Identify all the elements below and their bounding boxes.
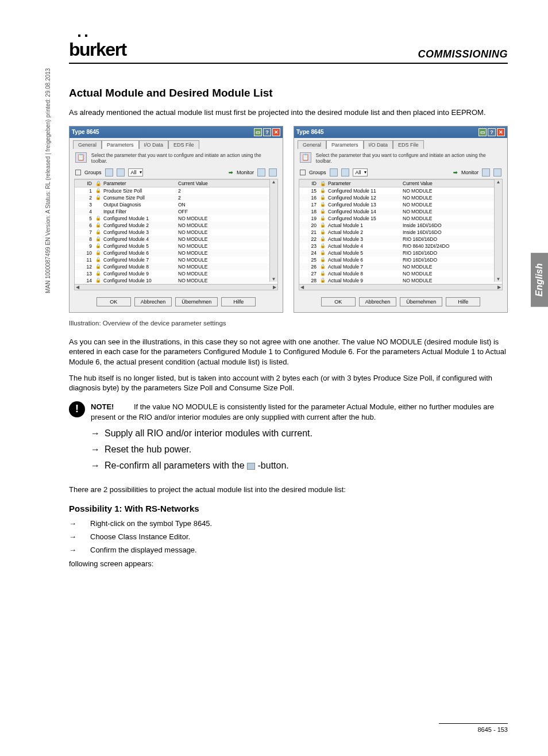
col-value: Current Value: [178, 181, 272, 186]
apply-button[interactable]: Übernehmen: [400, 297, 442, 306]
scroll-right-icon[interactable]: ▶: [497, 285, 501, 290]
help-button[interactable]: Hilfe: [221, 297, 256, 306]
scroll-right-icon[interactable]: ▶: [273, 285, 276, 290]
ok-button[interactable]: OK: [321, 297, 356, 306]
table-row[interactable]: 19🔒Configured Module 15NO MODULE: [299, 215, 502, 222]
cell-value: NO MODULE: [403, 209, 496, 214]
cell-value: NO MODULE: [403, 271, 496, 277]
cell-id: 19: [305, 216, 320, 221]
titlebar-close-icon[interactable]: ✕: [272, 128, 280, 136]
cell-id: 16: [305, 195, 320, 201]
table-row[interactable]: 21🔒Actual Module 2Inside 16DI/16DO: [299, 229, 502, 236]
scroll-left-icon[interactable]: ◀: [300, 285, 304, 290]
help-button[interactable]: Hilfe: [446, 297, 480, 306]
cancel-button[interactable]: Abbrechen: [359, 297, 397, 306]
ok-button[interactable]: OK: [97, 297, 131, 306]
cell-value: NO MODULE: [178, 222, 272, 228]
section-heading: COMMISSIONING: [418, 48, 508, 60]
table-row[interactable]: 2🔒Consume Size Poll2: [75, 194, 277, 201]
toolbar-icon-1[interactable]: [105, 168, 113, 176]
table-row[interactable]: 13🔒Configured Module 9NO MODULE: [75, 270, 277, 277]
table-row[interactable]: 4Input FilterOFF: [75, 208, 277, 215]
cell-id: 15: [305, 188, 320, 194]
lock-icon: 🔒: [95, 236, 103, 242]
titlebar-restore-icon[interactable]: ▭: [478, 128, 487, 136]
titlebar-close-icon[interactable]: ✕: [497, 128, 505, 136]
table-row[interactable]: 25🔒Actual Module 6RIO 16DI/16DO: [299, 256, 502, 263]
filter-dropdown[interactable]: All: [128, 168, 143, 176]
table-row[interactable]: 26🔒Actual Module 7NO MODULE: [299, 263, 502, 270]
monitor-label[interactable]: Monitor: [237, 170, 254, 175]
table-row[interactable]: 24🔒Actual Module 5RIO 16DI/16DO: [299, 250, 502, 256]
table-row[interactable]: 3Output DiagnosisON: [75, 201, 277, 208]
tab-parameters[interactable]: Parameters: [102, 140, 139, 149]
table-row[interactable]: 28🔒Actual Module 9NO MODULE: [299, 277, 502, 284]
cell-parameter: Configured Module 6: [103, 250, 178, 256]
cell-parameter: Consume Size Poll: [103, 195, 178, 201]
table-row[interactable]: 20🔒Actual Module 1Inside 16DI/16DO: [299, 222, 502, 229]
scroll-down-icon[interactable]: ▼: [270, 277, 277, 282]
toolbar-icon-3[interactable]: [257, 168, 265, 176]
table-row[interactable]: 23🔒Actual Module 4RIO 8640 32DI/24DO: [299, 243, 502, 250]
scroll-up-icon[interactable]: ▲: [270, 179, 277, 185]
cell-value: NO MODULE: [178, 216, 272, 221]
tab-parameters[interactable]: Parameters: [326, 140, 364, 149]
groups-checkbox[interactable]: [75, 170, 81, 175]
table-row[interactable]: 1🔒Produce Size Poll2: [75, 187, 277, 194]
tab-io-data[interactable]: I/O Data: [364, 140, 393, 149]
cancel-button[interactable]: Abbrechen: [134, 297, 172, 306]
lock-icon: [95, 202, 103, 208]
table-row[interactable]: 7🔒Configured Module 3NO MODULE: [75, 229, 277, 236]
groups-checkbox[interactable]: [300, 170, 306, 175]
titlebar-help-icon[interactable]: ?: [263, 128, 271, 136]
tab-general[interactable]: General: [73, 140, 102, 149]
table-row[interactable]: 12🔒Configured Module 8NO MODULE: [75, 263, 277, 270]
table-row[interactable]: 16🔒Configured Module 12NO MODULE: [299, 194, 502, 201]
cell-value: NO MODULE: [403, 195, 496, 201]
apply-button[interactable]: Übernehmen: [175, 297, 218, 306]
table-row[interactable]: 11🔒Configured Module 7NO MODULE: [75, 256, 277, 263]
titlebar-help-icon[interactable]: ?: [488, 128, 496, 136]
titlebar-restore-icon[interactable]: ▭: [254, 128, 262, 136]
table-row[interactable]: 17🔒Configured Module 13NO MODULE: [299, 201, 502, 208]
scroll-up-icon[interactable]: ▲: [495, 179, 502, 185]
tab-io-data[interactable]: I/O Data: [139, 140, 169, 149]
cell-parameter: Actual Module 1: [328, 222, 403, 228]
scroll-left-icon[interactable]: ◀: [76, 285, 79, 290]
scroll-down-icon[interactable]: ▼: [495, 277, 502, 282]
lock-icon: 🔒: [320, 271, 328, 277]
arrow-icon: →: [69, 546, 76, 554]
monitor-label[interactable]: Monitor: [461, 170, 478, 175]
lock-icon: 🔒: [320, 202, 328, 208]
toolbar-icon-2[interactable]: [117, 168, 125, 176]
lock-icon: 🔒: [95, 229, 103, 235]
table-row[interactable]: 6🔒Configured Module 2NO MODULE: [75, 222, 277, 229]
cell-value: OFF: [178, 209, 272, 214]
cell-id: 12: [80, 264, 95, 270]
lock-icon: 🔒: [320, 257, 328, 263]
table-row[interactable]: 18🔒Configured Module 14NO MODULE: [299, 208, 502, 215]
tab-eds-file[interactable]: EDS File: [393, 140, 424, 149]
toolbar-icon-1[interactable]: [330, 168, 338, 176]
table-row[interactable]: 14🔒Configured Module 10NO MODULE: [75, 277, 277, 284]
filter-dropdown[interactable]: All: [353, 168, 368, 176]
hint-text: Select the parameter that you want to co…: [316, 152, 501, 164]
toolbar-icon-2[interactable]: [341, 168, 349, 176]
toolbar-icon-4[interactable]: [493, 168, 501, 176]
toolbar-icon-4[interactable]: [269, 168, 277, 176]
cell-value: NO MODULE: [178, 264, 272, 270]
table-row[interactable]: 27🔒Actual Module 8NO MODULE: [299, 270, 502, 277]
tab-general[interactable]: General: [298, 140, 326, 149]
note-icon: !: [69, 401, 85, 417]
table-row[interactable]: 5🔒Configured Module 1NO MODULE: [75, 215, 277, 222]
toolbar-icon-3[interactable]: [482, 168, 490, 176]
cell-value: NO MODULE: [178, 271, 272, 277]
hint-text: Select the parameter that you want to co…: [91, 152, 277, 164]
tab-eds-file[interactable]: EDS File: [168, 140, 199, 149]
table-row[interactable]: 22🔒Actual Module 3RIO 16DI/16DO: [299, 236, 502, 243]
table-row[interactable]: 9🔒Configured Module 5NO MODULE: [75, 243, 277, 250]
col-lock-icon: 🔒: [320, 181, 328, 186]
table-row[interactable]: 15🔒Configured Module 11NO MODULE: [299, 187, 502, 194]
table-row[interactable]: 10🔒Configured Module 6NO MODULE: [75, 250, 277, 256]
table-row[interactable]: 8🔒Configured Module 4NO MODULE: [75, 236, 277, 243]
